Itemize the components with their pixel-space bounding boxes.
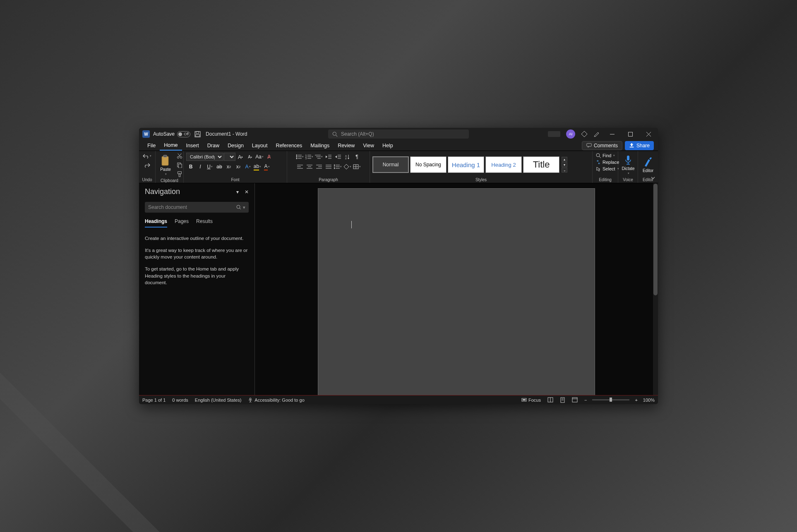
maximize-button[interactable] (624, 132, 636, 137)
diamond-icon[interactable] (581, 131, 588, 137)
save-icon[interactable] (194, 131, 201, 137)
tab-layout[interactable]: Layout (248, 141, 272, 150)
zoom-out-button[interactable]: − (583, 398, 588, 403)
status-page[interactable]: Page 1 of 1 (142, 398, 166, 403)
autosave-control[interactable]: AutoSave Off (153, 131, 190, 137)
nav-search-input[interactable]: Search document ▾ (145, 202, 249, 213)
undo-button[interactable]: ▾ (143, 152, 152, 160)
styles-scroll-up[interactable]: ▴ (562, 157, 567, 162)
italic-button[interactable]: I (196, 163, 205, 171)
nav-close-button[interactable]: ✕ (245, 189, 249, 195)
copy-button[interactable] (175, 161, 184, 169)
status-language[interactable]: English (United States) (195, 398, 242, 403)
font-name-select[interactable]: Calibri (Body) (186, 153, 223, 161)
chevron-down-icon[interactable]: ▾ (243, 205, 245, 210)
style-no-spacing[interactable]: No Spacing (410, 156, 447, 173)
autosave-toggle[interactable]: Off (177, 131, 190, 137)
style-heading2[interactable]: Heading 2 (485, 156, 522, 173)
find-button[interactable]: Find▾ (595, 153, 616, 158)
change-case-button[interactable]: Aa▾ (255, 153, 264, 161)
minimize-button[interactable] (606, 132, 618, 137)
tab-help[interactable]: Help (378, 141, 397, 150)
bold-button[interactable]: B (186, 163, 195, 171)
show-marks-button[interactable]: ¶ (353, 153, 362, 161)
comments-button[interactable]: Comments (582, 141, 622, 150)
share-icon (629, 143, 634, 148)
style-heading1[interactable]: Heading 1 (448, 156, 484, 173)
scrollbar-thumb[interactable] (653, 184, 658, 295)
tab-references[interactable]: References (271, 141, 306, 150)
account-name-placeholder[interactable] (548, 131, 560, 137)
shading-button[interactable]: ▾ (343, 163, 352, 171)
zoom-in-button[interactable]: + (634, 398, 639, 403)
tab-view[interactable]: View (359, 141, 378, 150)
coming-soon-icon[interactable] (593, 131, 600, 137)
editor-button[interactable]: Editor (640, 156, 656, 174)
status-words[interactable]: 0 words (172, 398, 188, 403)
nav-dropdown-button[interactable]: ▾ (236, 189, 239, 195)
multilevel-list-button[interactable]: ▾ (314, 153, 324, 161)
highlight-button[interactable]: ab▾ (253, 163, 262, 171)
svg-rect-21 (179, 174, 180, 177)
styles-scroll-down[interactable]: ▾ (562, 162, 567, 167)
tab-review[interactable]: Review (334, 141, 359, 150)
superscript-button[interactable]: x2 (234, 163, 243, 171)
tab-mailings[interactable]: Mailings (306, 141, 334, 150)
close-button[interactable] (642, 132, 655, 137)
dictate-button[interactable]: Dictate ▾ (620, 154, 636, 176)
zoom-slider-thumb[interactable] (610, 398, 612, 402)
style-normal[interactable]: Normal (372, 156, 409, 173)
share-button[interactable]: Share (625, 141, 654, 150)
status-accessibility[interactable]: Accessibility: Good to go (248, 398, 304, 403)
tab-draw[interactable]: Draw (203, 141, 223, 150)
text-effects-button[interactable]: A▾ (243, 163, 252, 171)
tab-home[interactable]: Home (160, 141, 182, 151)
focus-mode-button[interactable]: Focus (520, 397, 542, 403)
style-title[interactable]: Title (523, 156, 559, 173)
line-spacing-button[interactable]: ▾ (334, 163, 343, 171)
strikethrough-button[interactable]: ab (215, 163, 224, 171)
zoom-slider[interactable] (592, 399, 629, 400)
vertical-scrollbar[interactable] (653, 183, 658, 395)
paste-button[interactable]: Paste ▾ (157, 154, 174, 177)
align-center-button[interactable] (305, 163, 314, 171)
nav-tab-headings[interactable]: Headings (145, 218, 167, 228)
print-layout-button[interactable] (559, 397, 567, 403)
replace-button[interactable]: Replace (595, 159, 620, 165)
document-page[interactable] (318, 188, 595, 395)
sort-button[interactable]: AZ (343, 153, 352, 161)
subscript-button[interactable]: x2 (224, 163, 233, 171)
font-size-select[interactable]: 11 (224, 153, 235, 161)
search-box[interactable]: Search (Alt+Q) (328, 129, 469, 139)
shrink-font-button[interactable]: A▾ (245, 153, 254, 161)
increase-indent-button[interactable] (334, 153, 343, 161)
read-mode-button[interactable] (546, 397, 555, 403)
bullets-button[interactable]: ▾ (295, 153, 305, 161)
underline-button[interactable]: U▾ (205, 163, 214, 171)
cut-button[interactable] (175, 152, 184, 160)
document-canvas[interactable] (255, 183, 658, 395)
font-color-button[interactable]: A▾ (262, 163, 271, 171)
nav-tab-results[interactable]: Results (196, 218, 213, 228)
styles-expand[interactable]: ⌄ (562, 168, 567, 173)
clear-formatting-button[interactable]: A̷ (264, 153, 274, 161)
tab-file[interactable]: File (143, 141, 160, 150)
nav-tab-pages[interactable]: Pages (175, 218, 189, 228)
justify-button[interactable] (324, 163, 333, 171)
grow-font-button[interactable]: A▴ (236, 153, 245, 161)
tab-insert[interactable]: Insert (182, 141, 203, 150)
decrease-indent-button[interactable] (324, 153, 333, 161)
zoom-level[interactable]: 100% (643, 398, 655, 403)
select-button[interactable]: Select▾ (595, 166, 620, 172)
borders-button[interactable]: ▾ (353, 163, 362, 171)
svg-rect-1 (196, 131, 199, 133)
format-painter-button[interactable] (175, 170, 184, 178)
redo-button[interactable] (143, 161, 152, 169)
align-left-button[interactable] (295, 163, 305, 171)
user-avatar[interactable]: AI (566, 129, 575, 139)
align-right-button[interactable] (314, 163, 324, 171)
tab-design[interactable]: Design (223, 141, 248, 150)
collapse-ribbon-button[interactable] (651, 175, 655, 180)
web-layout-button[interactable] (571, 397, 579, 403)
numbering-button[interactable]: 123▾ (305, 153, 314, 161)
